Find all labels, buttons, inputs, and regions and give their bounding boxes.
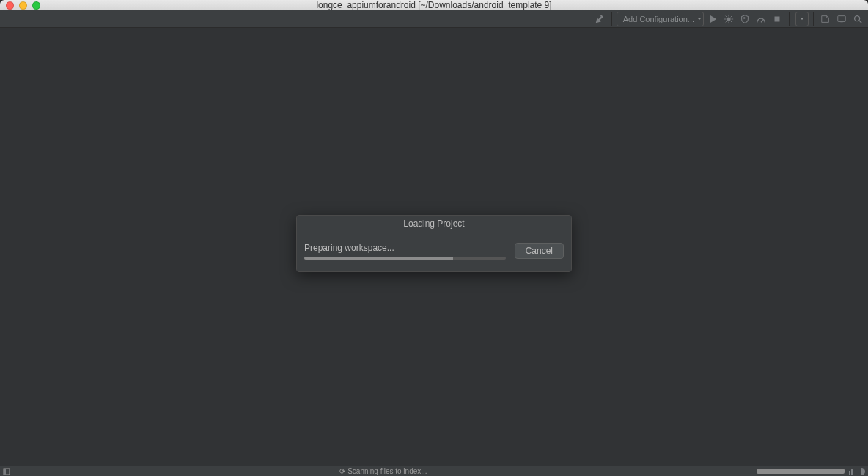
progress-fill <box>304 257 453 260</box>
dialog-body: Preparing workspace... Cancel <box>297 232 571 271</box>
build-icon[interactable] <box>592 12 607 26</box>
dialog-title: Loading Project <box>297 216 571 232</box>
show-hide-icon[interactable] <box>3 468 10 475</box>
svg-rect-1 <box>775 16 780 21</box>
svg-rect-6 <box>849 471 850 475</box>
toolbar-separator <box>813 12 814 26</box>
svg-point-0 <box>727 17 730 21</box>
run-icon[interactable] <box>705 12 720 26</box>
svg-rect-5 <box>4 469 6 475</box>
loading-project-dialog: Loading Project Preparing workspace... C… <box>296 215 572 272</box>
status-progress-fill <box>757 469 845 474</box>
mac-titlebar: longce_appiumforandroid [~/Downloads/and… <box>0 0 868 10</box>
status-center: ⟳ Scanning files to index... <box>10 467 757 475</box>
inspection-icon[interactable] <box>858 468 865 475</box>
window-title: longce_appiumforandroid [~/Downloads/and… <box>0 0 868 10</box>
progress-label: Preparing workspace... <box>304 243 506 253</box>
config-label: Add Configuration... <box>623 15 694 23</box>
status-left <box>0 468 10 475</box>
run-configuration-selector[interactable]: Add Configuration... <box>617 12 704 26</box>
debug-icon[interactable] <box>721 12 736 26</box>
cancel-button[interactable]: Cancel <box>515 243 564 259</box>
toolbar-separator <box>789 12 790 26</box>
status-message: Scanning files to index... <box>347 467 427 475</box>
stop-icon[interactable] <box>770 12 784 26</box>
avd-icon[interactable] <box>834 12 849 26</box>
memory-indicator-icon[interactable] <box>847 468 855 475</box>
progress-bar <box>304 257 506 260</box>
toolbar-separator <box>611 12 612 26</box>
profile-icon[interactable] <box>754 12 768 26</box>
progress-block: Preparing workspace... <box>304 243 506 260</box>
svg-rect-7 <box>851 469 853 475</box>
svg-point-8 <box>861 469 862 471</box>
main-toolbar: Add Configuration... <box>0 10 868 28</box>
sync-icon[interactable] <box>818 12 833 26</box>
search-icon[interactable] <box>850 12 865 26</box>
coverage-icon[interactable] <box>738 12 752 26</box>
spinner-icon: ⟳ <box>339 467 347 475</box>
svg-point-3 <box>855 15 860 21</box>
status-progress-bar[interactable] <box>757 469 845 474</box>
status-bar: ⟳ Scanning files to index... <box>0 466 868 476</box>
status-right <box>757 468 868 475</box>
svg-rect-2 <box>838 15 846 21</box>
more-dropdown[interactable] <box>795 12 809 26</box>
